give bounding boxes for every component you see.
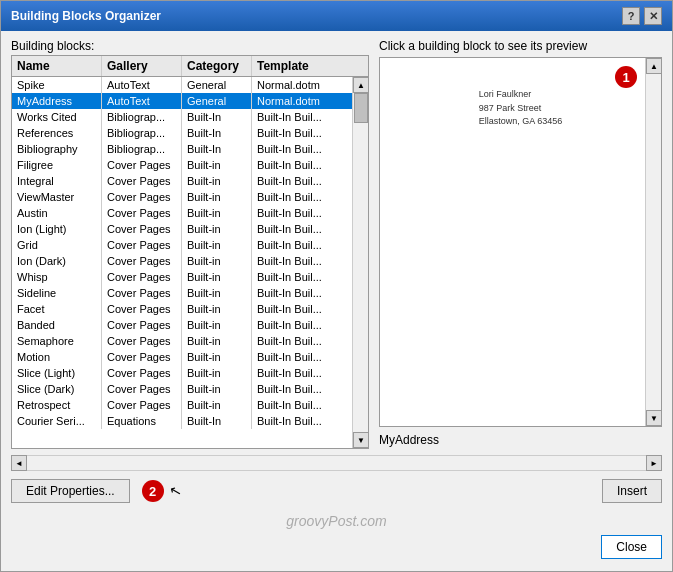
table-scroll-area[interactable]: Spike AutoText General Normal.dotm MyAdd… [12, 77, 352, 448]
table-row[interactable]: Works Cited Bibliograp... Built-In Built… [12, 109, 352, 125]
cell-gallery: Cover Pages [102, 365, 182, 381]
cell-name: ViewMaster [12, 189, 102, 205]
table-row[interactable]: Sideline Cover Pages Built-in Built-In B… [12, 285, 352, 301]
preview-scroll-up[interactable]: ▲ [646, 58, 662, 74]
cell-template: Built-In Buil... [252, 221, 352, 237]
cell-category: Built-in [182, 317, 252, 333]
table-row[interactable]: Semaphore Cover Pages Built-in Built-In … [12, 333, 352, 349]
close-window-button[interactable]: ✕ [644, 7, 662, 25]
close-button[interactable]: Close [601, 535, 662, 559]
cell-gallery: Cover Pages [102, 397, 182, 413]
cell-template: Built-In Buil... [252, 157, 352, 173]
cell-template: Built-In Buil... [252, 205, 352, 221]
table-row[interactable]: Integral Cover Pages Built-in Built-In B… [12, 173, 352, 189]
cell-template: Built-In Buil... [252, 381, 352, 397]
scroll-thumb[interactable] [354, 93, 368, 123]
title-bar: Building Blocks Organizer ? ✕ [1, 1, 672, 31]
table-header: Name Gallery Category Template [12, 56, 368, 77]
cell-category: General [182, 93, 252, 109]
cell-template: Built-In Buil... [252, 397, 352, 413]
cell-category: Built-In [182, 109, 252, 125]
table-row[interactable]: Slice (Dark) Cover Pages Built-in Built-… [12, 381, 352, 397]
h-scroll-right[interactable]: ► [646, 455, 662, 471]
cell-name: Sideline [12, 285, 102, 301]
table-row[interactable]: Filigree Cover Pages Built-in Built-In B… [12, 157, 352, 173]
cell-name: Slice (Dark) [12, 381, 102, 397]
cell-template: Built-In Buil... [252, 109, 352, 125]
cell-category: Built-in [182, 349, 252, 365]
cell-name: Ion (Light) [12, 221, 102, 237]
cell-category: Built-in [182, 285, 252, 301]
table-row[interactable]: Courier Seri... Equations Built-In Built… [12, 413, 352, 429]
cell-template: Built-In Buil... [252, 253, 352, 269]
cell-gallery: Cover Pages [102, 157, 182, 173]
cell-name: Bibliography [12, 141, 102, 157]
col-header-template: Template [252, 56, 352, 76]
cell-category: Built-in [182, 253, 252, 269]
cell-template: Built-In Buil... [252, 301, 352, 317]
table-row[interactable]: ViewMaster Cover Pages Built-in Built-In… [12, 189, 352, 205]
insert-button[interactable]: Insert [602, 479, 662, 503]
table-row[interactable]: Facet Cover Pages Built-in Built-In Buil… [12, 301, 352, 317]
cell-gallery: Equations [102, 413, 182, 429]
table-row[interactable]: Motion Cover Pages Built-in Built-In Bui… [12, 349, 352, 365]
cell-category: Built-in [182, 173, 252, 189]
table-row[interactable]: Grid Cover Pages Built-in Built-In Buil.… [12, 237, 352, 253]
table-row[interactable]: Austin Cover Pages Built-in Built-In Bui… [12, 205, 352, 221]
h-scroll-left[interactable]: ◄ [11, 455, 27, 471]
cell-category: Built-in [182, 237, 252, 253]
table-row[interactable]: Spike AutoText General Normal.dotm [12, 77, 352, 93]
preview-scroll-down[interactable]: ▼ [646, 410, 662, 426]
bottom-section: ◄ ► Edit Properties... 2 ↖ Insert groovy… [11, 455, 662, 563]
building-blocks-label: Building blocks: [11, 39, 369, 53]
cell-category: Built-in [182, 301, 252, 317]
cell-gallery: Cover Pages [102, 269, 182, 285]
cell-category: Built-in [182, 205, 252, 221]
table-row[interactable]: Ion (Light) Cover Pages Built-in Built-I… [12, 221, 352, 237]
cell-template: Built-In Buil... [252, 413, 352, 429]
col-header-name: Name [12, 56, 102, 76]
cell-gallery: Bibliograp... [102, 109, 182, 125]
table-row[interactable]: Bibliography Bibliograp... Built-In Buil… [12, 141, 352, 157]
cell-name: Spike [12, 77, 102, 93]
help-button[interactable]: ? [622, 7, 640, 25]
left-buttons: Edit Properties... 2 ↖ [11, 479, 182, 503]
table-row[interactable]: Banded Cover Pages Built-in Built-In Bui… [12, 317, 352, 333]
table-row[interactable]: Retrospect Cover Pages Built-in Built-In… [12, 397, 352, 413]
cell-category: Built-in [182, 157, 252, 173]
edit-properties-button[interactable]: Edit Properties... [11, 479, 130, 503]
scroll-up-btn[interactable]: ▲ [353, 77, 369, 93]
cell-template: Normal.dotm [252, 77, 352, 93]
badge-2: 2 [142, 480, 164, 502]
table-row[interactable]: Slice (Light) Cover Pages Built-in Built… [12, 365, 352, 381]
cell-gallery: Bibliograp... [102, 125, 182, 141]
table-row[interactable]: Ion (Dark) Cover Pages Built-in Built-In… [12, 253, 352, 269]
cell-template: Normal.dotm [252, 93, 352, 109]
vertical-scrollbar[interactable]: ▲ ▼ [352, 77, 368, 448]
cell-gallery: Cover Pages [102, 205, 182, 221]
table-row[interactable]: References Bibliograp... Built-In Built-… [12, 125, 352, 141]
cell-template: Built-In Buil... [252, 269, 352, 285]
preview-name-label: MyAddress [379, 431, 662, 449]
horizontal-scrollbar[interactable]: ◄ ► [11, 455, 662, 471]
cell-template: Built-In Buil... [252, 237, 352, 253]
table-row[interactable]: Whisp Cover Pages Built-in Built-In Buil… [12, 269, 352, 285]
right-panel: Click a building block to see its previe… [379, 39, 662, 449]
cell-template: Built-In Buil... [252, 365, 352, 381]
cell-category: General [182, 77, 252, 93]
cell-name: References [12, 125, 102, 141]
preview-line2: 987 Park Street [479, 102, 563, 116]
cell-name: Works Cited [12, 109, 102, 125]
scroll-down-btn[interactable]: ▼ [353, 432, 369, 448]
cell-category: Built-in [182, 221, 252, 237]
cell-category: Built-In [182, 141, 252, 157]
cell-category: Built-in [182, 269, 252, 285]
cell-category: Built-in [182, 365, 252, 381]
preview-line3: Ellastown, GA 63456 [479, 115, 563, 129]
col-header-gallery: Gallery [102, 56, 182, 76]
cell-category: Built-in [182, 381, 252, 397]
cell-gallery: Cover Pages [102, 381, 182, 397]
table-row[interactable]: MyAddress AutoText General Normal.dotm [12, 93, 352, 109]
cell-gallery: Cover Pages [102, 221, 182, 237]
cell-name: Facet [12, 301, 102, 317]
